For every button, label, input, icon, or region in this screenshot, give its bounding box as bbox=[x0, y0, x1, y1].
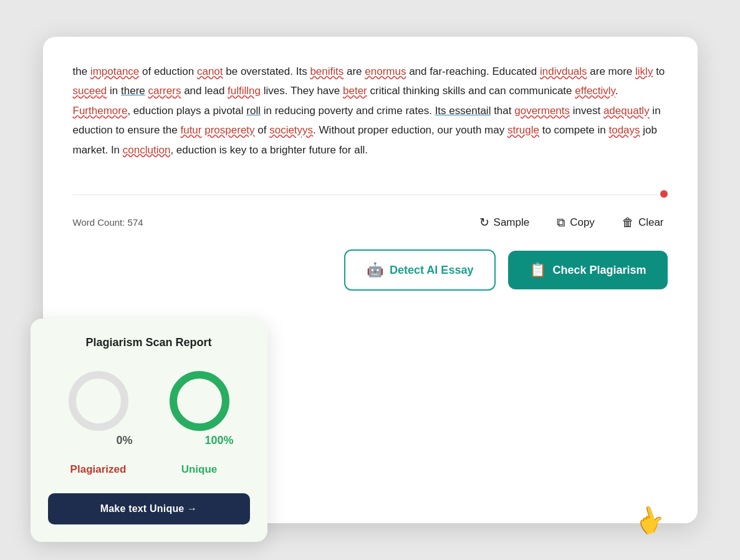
misspelled-word: prosperety bbox=[204, 124, 254, 136]
main-card: the impotance of eduction canot be overs… bbox=[43, 37, 698, 523]
plagiarized-circle-container: 0% Plagiarized bbox=[64, 367, 133, 476]
normal-text: and far-reaching. Educated bbox=[406, 65, 540, 77]
misspelled-word: adequatly bbox=[603, 105, 650, 117]
normal-text: critical thinking skills and can communi… bbox=[367, 85, 575, 97]
misspelled-word: Furthemore bbox=[73, 105, 128, 117]
sample-button[interactable]: ↻ Sample bbox=[476, 213, 534, 232]
normal-text: invest bbox=[570, 105, 603, 117]
action-row: 🤖 Detect AI Essay 📋 Check Plagiarism bbox=[73, 249, 668, 291]
plagiarized-pct: 0% bbox=[116, 434, 132, 447]
normal-text: be overstated. Its bbox=[223, 65, 310, 77]
misspelled-word: todays bbox=[608, 124, 640, 136]
normal-text: to compete in bbox=[539, 124, 609, 136]
make-unique-button[interactable]: Make text Unique → bbox=[48, 493, 250, 524]
normal-text: . bbox=[615, 85, 618, 97]
svg-point-0 bbox=[72, 375, 125, 427]
normal-text: in bbox=[107, 85, 121, 97]
robot-icon: 🤖 bbox=[367, 262, 383, 278]
plagiarized-label: Plagiarized bbox=[70, 463, 127, 476]
misspelled-word: impotance bbox=[90, 65, 139, 77]
misspelled-word: effectivly bbox=[575, 85, 615, 97]
circles-row: 0% Plagiarized 100% Unique bbox=[48, 367, 250, 476]
misspelled-word: enormus bbox=[365, 65, 406, 77]
normal-text: in reducing poverty and crime rates. bbox=[261, 105, 435, 117]
plagiarism-report-card: Plagiarism Scan Report 0% Plagiarized 10… bbox=[31, 319, 267, 542]
misspelled-word: indivduals bbox=[540, 65, 587, 77]
unique-circle-container: 100% Unique bbox=[165, 367, 234, 476]
plagiarized-donut bbox=[64, 367, 133, 435]
svg-point-2 bbox=[173, 375, 226, 427]
normal-text: of bbox=[255, 124, 270, 136]
misspelled-word: goverments bbox=[514, 105, 570, 117]
normal-text: of eduction bbox=[139, 65, 197, 77]
unique-label: Unique bbox=[181, 463, 218, 476]
plagiarism-report-title: Plagiarism Scan Report bbox=[48, 336, 250, 349]
misspelled-word: suceed bbox=[73, 85, 107, 97]
cursor-hand-icon: 👆 bbox=[630, 501, 669, 539]
normal-text: are bbox=[344, 65, 365, 77]
copy-button[interactable]: ⧉ Copy bbox=[553, 213, 598, 232]
misspelled-word: likly bbox=[635, 65, 653, 77]
red-dot-indicator bbox=[660, 190, 668, 198]
grammar-error-word: there bbox=[121, 85, 145, 97]
normal-text: are more bbox=[587, 65, 635, 77]
misspelled-word: futur bbox=[180, 124, 201, 136]
normal-text: that bbox=[491, 105, 514, 117]
misspelled-word: societyys bbox=[269, 124, 313, 136]
normal-text: to bbox=[653, 65, 665, 77]
trash-icon: 🗑 bbox=[622, 216, 634, 229]
misspelled-word: conclution bbox=[123, 144, 171, 156]
misspelled-word: benifits bbox=[310, 65, 344, 77]
misspelled-word: fulfillng bbox=[228, 85, 261, 97]
normal-text: and lead bbox=[181, 85, 228, 97]
word-count: Word Count: 574 bbox=[73, 217, 143, 228]
unique-donut bbox=[165, 367, 234, 435]
copy-icon: ⧉ bbox=[557, 216, 565, 229]
normal-text: , eduction is key to a brighter future f… bbox=[170, 144, 368, 156]
normal-text: lives. They have bbox=[261, 85, 343, 97]
misspelled-word: canot bbox=[197, 65, 223, 77]
misspelled-word: strugle bbox=[507, 124, 539, 136]
clear-button[interactable]: 🗑 Clear bbox=[618, 213, 668, 232]
normal-text: , eduction plays a pivotal bbox=[127, 105, 246, 117]
check-plagiarism-button[interactable]: 📋 Check Plagiarism bbox=[508, 251, 667, 289]
detect-ai-button[interactable]: 🤖 Detect AI Essay bbox=[344, 249, 496, 291]
normal-text: the bbox=[73, 65, 88, 77]
sample-icon: ↻ bbox=[479, 215, 489, 229]
misspelled-word: beter bbox=[343, 85, 367, 97]
misspelled-word: carrers bbox=[148, 85, 181, 97]
normal-text: . Without proper eduction, our youth may bbox=[313, 124, 507, 136]
toolbar: Word Count: 574 ↻ Sample ⧉ Copy 🗑 Clear bbox=[73, 208, 668, 249]
text-content: the impotance of eduction canot be overs… bbox=[73, 62, 668, 175]
grammar-error-word: Its essentail bbox=[435, 105, 491, 117]
unique-pct: 100% bbox=[204, 434, 233, 447]
grammar-error-word: roll bbox=[246, 105, 261, 117]
divider bbox=[73, 195, 668, 195]
plagiarism-icon: 📋 bbox=[529, 262, 546, 278]
